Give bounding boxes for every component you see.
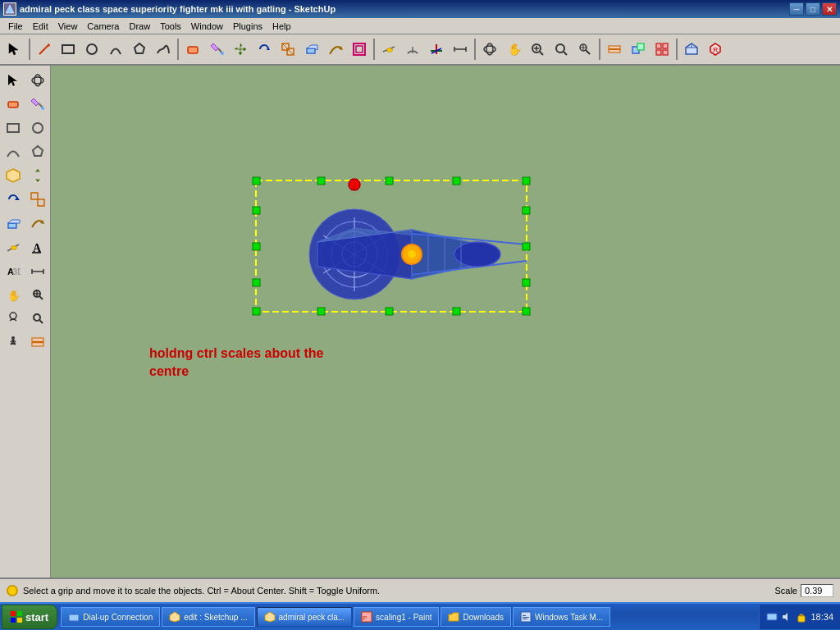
tool-polygon[interactable] <box>128 38 151 61</box>
ltool-component[interactable] <box>2 164 25 187</box>
svg-rect-131 <box>523 243 530 250</box>
toolbar-separator-3 <box>373 39 375 60</box>
tool-circle[interactable] <box>80 38 103 61</box>
svg-rect-127 <box>523 308 530 315</box>
ltool-text[interactable]: A <box>26 235 49 258</box>
tool-zoom[interactable] <box>526 38 549 61</box>
tool-followme[interactable] <box>324 38 347 61</box>
ltool-arc[interactable] <box>2 140 25 163</box>
ltool-erase[interactable] <box>2 93 25 116</box>
menu-file[interactable]: File <box>3 20 28 33</box>
svg-rect-140 <box>11 611 16 616</box>
maximize-button[interactable]: □ <box>806 2 820 16</box>
ltool-circle[interactable] <box>26 116 49 139</box>
svg-marker-74 <box>8 220 20 223</box>
svg-rect-22 <box>356 46 363 52</box>
ltool-select[interactable] <box>2 69 25 92</box>
tool-arc[interactable] <box>104 38 127 61</box>
taskbar-dialup[interactable]: Dial-up Connection <box>61 607 160 627</box>
ltool-rotate[interactable] <box>2 188 25 211</box>
svg-rect-135 <box>523 207 530 214</box>
svg-point-39 <box>556 44 564 52</box>
tool-paint[interactable] <box>205 38 228 61</box>
svg-rect-124 <box>253 177 260 185</box>
ltool-orbit[interactable] <box>26 69 49 92</box>
ltool-followme[interactable] <box>26 212 49 235</box>
ltool-rect[interactable] <box>2 116 25 139</box>
menu-view[interactable]: View <box>53 20 83 33</box>
tool-scale[interactable] <box>276 38 299 61</box>
ltool-scale[interactable] <box>26 188 49 211</box>
menu-camera[interactable]: Camera <box>82 20 124 33</box>
main-area: A A3D ✋ <box>0 66 840 578</box>
ltool-move[interactable] <box>26 164 49 187</box>
tool-rotate[interactable] <box>253 38 276 61</box>
svg-rect-65 <box>7 124 19 132</box>
menu-window[interactable]: Window <box>186 20 228 33</box>
ltool-row-1 <box>2 69 49 92</box>
tool-protractor[interactable] <box>401 38 424 61</box>
taskbar-paint[interactable]: P scaling1 - Paint <box>354 607 439 627</box>
tool-tape[interactable] <box>377 38 400 61</box>
svg-point-11 <box>221 52 224 55</box>
ltool-section[interactable] <box>26 331 49 354</box>
titlebar: admiral peck class space superiority fig… <box>0 0 840 18</box>
app-icon <box>3 2 16 16</box>
menu-plugins[interactable]: Plugins <box>228 20 267 33</box>
tool-offset[interactable] <box>348 38 371 61</box>
svg-rect-51 <box>656 50 661 55</box>
minimize-button[interactable]: ─ <box>789 2 804 16</box>
start-button[interactable]: start <box>2 605 57 629</box>
taskbar-taskmgr[interactable]: Windows Task M... <box>513 607 610 627</box>
ltool-row-12 <box>2 331 49 354</box>
tool-3d-warehouse[interactable] <box>680 38 703 61</box>
tool-move[interactable] <box>229 38 252 61</box>
ltool-dim[interactable] <box>26 259 49 282</box>
ltool-paint[interactable] <box>26 93 49 116</box>
taskbar-downloads[interactable]: Downloads <box>441 607 510 627</box>
tool-freehand[interactable] <box>152 38 175 61</box>
ltool-zoom2[interactable] <box>26 283 49 306</box>
tool-ruby[interactable]: R <box>704 38 727 61</box>
tool-component[interactable] <box>627 38 650 61</box>
tool-axes[interactable] <box>425 38 448 61</box>
ltool-row-10: ✋ <box>2 283 49 306</box>
svg-marker-67 <box>33 146 43 156</box>
tool-pencil[interactable] <box>33 38 56 61</box>
menu-edit[interactable]: Edit <box>28 20 53 33</box>
canvas[interactable]: holdng ctrl scales about the centre <box>51 66 840 578</box>
tool-section[interactable] <box>603 38 626 61</box>
ltool-lookaround[interactable] <box>2 307 25 330</box>
titlebar-left: admiral peck class space superiority fig… <box>3 2 336 16</box>
svg-point-120 <box>349 179 360 190</box>
tool-dimension[interactable] <box>449 38 472 61</box>
svg-line-92 <box>39 320 43 323</box>
svg-line-87 <box>39 296 43 299</box>
svg-rect-137 <box>453 308 460 315</box>
titlebar-buttons[interactable]: ─ □ ✕ <box>789 2 837 16</box>
ltool-polygon[interactable] <box>26 140 49 163</box>
ltool-pan[interactable]: ✋ <box>2 283 25 306</box>
ltool-3dtext[interactable]: A3D <box>2 259 25 282</box>
ltool-tape[interactable] <box>2 235 25 258</box>
svg-point-59 <box>32 77 43 84</box>
taskbar-sketchup-edit[interactable]: edit : Sketchup ... <box>162 607 254 627</box>
tool-rectangle[interactable] <box>57 38 80 61</box>
menu-draw[interactable]: Draw <box>124 20 155 33</box>
ltool-walk[interactable] <box>2 331 25 354</box>
tool-pushpull[interactable] <box>300 38 323 61</box>
tool-group[interactable] <box>651 38 673 61</box>
menu-help[interactable]: Help <box>267 20 296 33</box>
tool-zoom-extents[interactable] <box>550 38 573 61</box>
close-button[interactable]: ✕ <box>822 2 837 16</box>
tool-zoom-window[interactable] <box>573 38 596 61</box>
taskbar-admiral[interactable]: admiral peck cla... <box>257 607 353 627</box>
tool-select[interactable] <box>3 38 26 61</box>
ltool-zoomext[interactable] <box>26 307 49 330</box>
ltool-pushpull[interactable] <box>2 212 25 235</box>
left-toolbar: A A3D ✋ <box>0 66 51 578</box>
tool-orbit[interactable] <box>478 38 501 61</box>
menu-tools[interactable]: Tools <box>155 20 186 33</box>
tool-erase[interactable] <box>181 38 204 61</box>
tool-pan[interactable]: ✋ <box>502 38 525 61</box>
